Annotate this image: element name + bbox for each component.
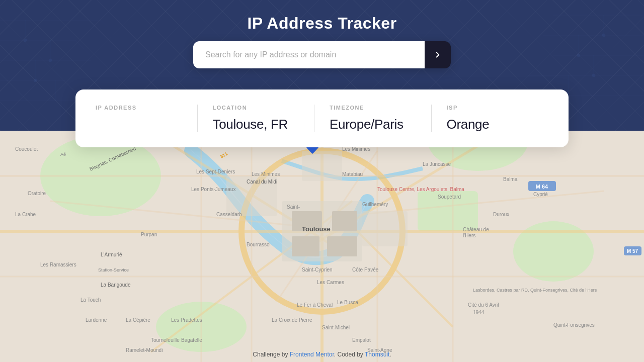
search-input[interactable] <box>193 41 425 68</box>
arrow-right-icon <box>433 50 442 59</box>
location-value: Toulouse, FR <box>213 117 300 132</box>
svg-text:Château de: Château de <box>463 227 489 232</box>
svg-text:Canal du Midi: Canal du Midi <box>247 179 277 185</box>
svg-text:1944: 1944 <box>473 310 485 315</box>
svg-text:Cité du 6 Avril: Cité du 6 Avril <box>468 302 499 308</box>
svg-rect-56 <box>362 211 408 246</box>
svg-text:Saint-Cyprien: Saint-Cyprien <box>302 267 333 273</box>
svg-text:Le Fer à Cheval: Le Fer à Cheval <box>297 302 333 308</box>
svg-text:La Croix de Pierre: La Croix de Pierre <box>272 317 312 323</box>
svg-text:Les Ramassiers: Les Ramassiers <box>40 262 76 267</box>
footer-text-middle: . Coded by <box>334 351 365 358</box>
svg-point-18 <box>24 39 27 42</box>
svg-point-20 <box>34 79 37 82</box>
svg-text:Coucoulet: Coucoulet <box>15 146 38 152</box>
svg-text:Balma: Balma <box>503 176 518 182</box>
search-bar <box>193 41 451 68</box>
svg-text:Duroux: Duroux <box>493 212 509 217</box>
svg-point-23 <box>592 74 595 77</box>
isp-value: Orange <box>447 117 534 132</box>
svg-text:Guilheméry: Guilheméry <box>362 202 388 207</box>
svg-text:l'Hers: l'Hers <box>463 233 475 238</box>
svg-text:Le Busca: Le Busca <box>337 300 358 305</box>
svg-point-22 <box>577 54 580 57</box>
svg-point-19 <box>49 59 52 62</box>
svg-text:Matabiau: Matabiau <box>342 171 363 177</box>
svg-text:Saint-: Saint- <box>287 204 300 210</box>
svg-text:Oratoire: Oratoire <box>28 191 46 196</box>
frontend-mentor-link[interactable]: Frontend Mentor <box>290 351 334 358</box>
ip-address-label: IP ADDRESS <box>96 105 183 111</box>
svg-text:L'Armurié: L'Armurié <box>101 252 122 257</box>
timezone-value: Europe/Paris <box>330 117 417 132</box>
svg-text:Tournefeuille: Tournefeuille <box>151 337 180 343</box>
svg-text:Toulouse: Toulouse <box>302 225 331 233</box>
svg-line-24 <box>101 20 116 35</box>
info-card: IP ADDRESS LOCATION Toulouse, FR TIMEZON… <box>75 89 569 147</box>
svg-text:Lardenne: Lardenne <box>86 317 107 323</box>
svg-text:La Crabe: La Crabe <box>15 212 36 217</box>
thomsuit-link[interactable]: Thomsuit <box>365 351 389 358</box>
svg-text:Cyprié: Cyprié <box>533 192 548 197</box>
svg-text:M 64: M 64 <box>536 184 548 190</box>
svg-text:M 57: M 57 <box>627 248 638 254</box>
svg-text:Côte Pavée: Côte Pavée <box>352 267 379 273</box>
location-section: LOCATION Toulouse, FR <box>198 105 315 132</box>
svg-text:La Juncasse: La Juncasse <box>423 161 451 167</box>
svg-rect-52 <box>332 211 357 231</box>
location-label: LOCATION <box>213 105 300 111</box>
search-button[interactable] <box>425 41 451 68</box>
app-title: IP Address Tracker <box>247 14 396 33</box>
svg-text:Lasbordes, Castres par RD, Qui: Lasbordes, Castres par RD, Quint-Fonsegr… <box>473 288 597 293</box>
svg-rect-54 <box>327 236 357 256</box>
svg-text:Bourrassol: Bourrassol <box>247 242 271 247</box>
svg-text:Saint-Michel: Saint-Michel <box>322 325 350 330</box>
timezone-section: TIMEZONE Europe/Paris <box>314 105 432 132</box>
svg-text:Ramelet-Moundi: Ramelet-Moundi <box>126 347 163 353</box>
svg-text:La Barigoude: La Barigoude <box>101 282 131 288</box>
isp-label: ISP <box>447 105 534 111</box>
svg-text:Les Minimes: Les Minimes <box>252 171 280 177</box>
svg-text:Les Sept-Deniers: Les Sept-Deniers <box>196 169 235 174</box>
svg-text:La Touch: La Touch <box>80 297 101 303</box>
svg-rect-53 <box>292 236 319 256</box>
svg-text:Casseldarb: Casseldarb <box>216 212 242 217</box>
svg-text:Bagatelle: Bagatelle <box>181 337 202 343</box>
footer-text-before: Challenge by <box>253 351 289 358</box>
isp-section: ISP Orange <box>432 105 549 132</box>
svg-point-21 <box>602 34 605 37</box>
svg-text:Les Carmes: Les Carmes <box>317 280 344 285</box>
footer: Challenge by Frontend Mentor. Coded by T… <box>253 351 391 358</box>
svg-text:Aé: Aé <box>60 152 66 157</box>
svg-text:Station-Service: Station-Service <box>98 267 129 273</box>
timezone-label: TIMEZONE <box>330 105 417 111</box>
svg-text:Quint-Fonsegrives: Quint-Fonsegrives <box>553 322 595 328</box>
svg-text:Empalot: Empalot <box>352 337 371 343</box>
ip-address-section: IP ADDRESS <box>96 105 198 132</box>
svg-text:La Cépière: La Cépière <box>126 317 150 323</box>
svg-text:Les Pradettes: Les Pradettes <box>171 317 202 323</box>
footer-text-after: . <box>389 351 391 358</box>
svg-text:Soupetard: Soupetard <box>438 194 461 200</box>
svg-text:Purpan: Purpan <box>141 232 157 237</box>
svg-text:Les Ponts-Jumeaux: Les Ponts-Jumeaux <box>191 187 235 192</box>
svg-text:Toulouse Centre, Les Argoulets: Toulouse Centre, Les Argoulets, Balma <box>377 187 464 192</box>
svg-line-25 <box>75 40 91 55</box>
